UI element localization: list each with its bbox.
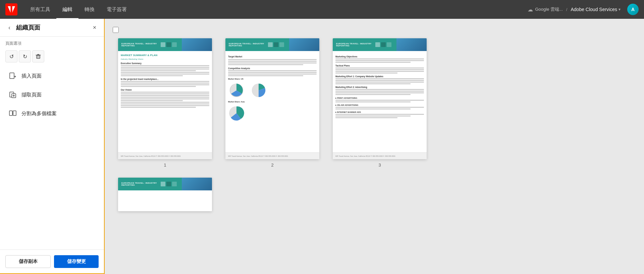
extract-page-icon: [8, 90, 17, 99]
insert-page-icon: [8, 71, 17, 81]
page-number-1: 1: [164, 163, 166, 168]
cloud-services-link[interactable]: Adobe Cloud Services ▾: [571, 7, 621, 12]
svg-rect-4: [9, 111, 12, 116]
page-number-3: 3: [378, 163, 381, 168]
nav-edit[interactable]: 編輯: [56, 0, 78, 19]
page-thumbnail-1: EUROPEAN TRAVEL: INDUSTRY REPORTING MARK…: [118, 38, 212, 159]
adobe-logo[interactable]: [5, 3, 17, 15]
page-thumbnail-2: EUROPEAN TRAVEL: INDUSTRY REPORTING Targ…: [225, 38, 319, 159]
page-thumbnail-4: EUROPEAN TRAVEL: INDUSTRY REPORTING: [118, 178, 212, 211]
cloud-services-label: Adobe Cloud Services: [571, 7, 617, 12]
split-file-button[interactable]: 分割為多個檔案: [3, 105, 101, 122]
main-nav: 所有工具 編輯 轉換 電子簽署: [24, 0, 528, 19]
svg-rect-0: [37, 55, 40, 58]
select-all-row: [111, 26, 637, 38]
page-item-2[interactable]: EUROPEAN TRAVEL: INDUSTRY REPORTING Targ…: [225, 38, 319, 168]
extract-page-label: 擷取頁面: [21, 92, 42, 98]
page-item-1[interactable]: EUROPEAN TRAVEL: INDUSTRY REPORTING MARK…: [118, 38, 212, 168]
nav-all-tools[interactable]: 所有工具: [24, 0, 56, 19]
page-number-2: 2: [271, 163, 273, 168]
page-item-3[interactable]: EUROPEAN TRAVEL: INDUSTRY REPORTING Mark…: [333, 38, 427, 168]
nav-esign[interactable]: 電子簽署: [101, 0, 133, 19]
pages-grid-row2: EUROPEAN TRAVEL: INDUSTRY REPORTING: [111, 178, 637, 211]
insert-page-label: 插入頁面: [21, 73, 42, 79]
user-avatar[interactable]: A: [627, 4, 639, 15]
cloud-label: Google 雲端...: [535, 6, 562, 12]
toolbar-right: ☁ Google 雲端... / Adobe Cloud Services ▾ …: [528, 4, 639, 15]
save-copy-button[interactable]: 儲存副本: [5, 255, 51, 268]
save-changes-button[interactable]: 儲存變更: [54, 255, 99, 268]
insert-page-button[interactable]: 插入頁面: [3, 67, 101, 85]
panel-back-button[interactable]: ‹: [5, 24, 13, 32]
dropdown-icon[interactable]: ▾: [619, 7, 621, 12]
page-options-label: 頁面選項: [0, 37, 104, 48]
split-file-icon: [8, 109, 17, 118]
extract-page-button[interactable]: 擷取頁面: [3, 86, 101, 103]
nav-convert[interactable]: 轉換: [78, 0, 101, 19]
redo-button[interactable]: ↻: [19, 50, 31, 62]
panel-close-button[interactable]: ×: [91, 24, 99, 32]
page-item-4[interactable]: EUROPEAN TRAVEL: INDUSTRY REPORTING: [118, 178, 212, 211]
breadcrumb-sep: /: [566, 7, 568, 12]
page-tools-row: ↺ ↻: [0, 48, 104, 66]
content-area: EUROPEAN TRAVEL: INDUSTRY REPORTING MARK…: [105, 19, 644, 274]
cloud-icon: ☁: [528, 6, 533, 13]
svg-rect-5: [13, 111, 16, 116]
organize-panel: ‹ 組織頁面 × 頁面選項 ↺ ↻: [0, 19, 105, 274]
toolbar: 所有工具 編輯 轉換 電子簽署 ☁ Google 雲端... / Adobe C…: [0, 0, 644, 19]
main-layout: ‹ 組織頁面 × 頁面選項 ↺ ↻: [0, 19, 644, 274]
panel-title: 組織頁面: [16, 24, 88, 32]
page-thumbnail-3: EUROPEAN TRAVEL: INDUSTRY REPORTING Mark…: [333, 38, 427, 159]
panel-header: ‹ 組織頁面 ×: [0, 19, 104, 37]
select-all-checkbox[interactable]: [113, 27, 119, 33]
cloud-location: ☁ Google 雲端... / Adobe Cloud Services ▾: [528, 6, 621, 13]
undo-button[interactable]: ↺: [5, 50, 17, 62]
panel-footer: 儲存副本 儲存變更: [0, 249, 104, 273]
split-file-label: 分割為多個檔案: [21, 110, 57, 117]
delete-button[interactable]: [32, 50, 44, 62]
pages-grid: EUROPEAN TRAVEL: INDUSTRY REPORTING MARK…: [111, 38, 637, 168]
svg-rect-1: [10, 73, 14, 79]
